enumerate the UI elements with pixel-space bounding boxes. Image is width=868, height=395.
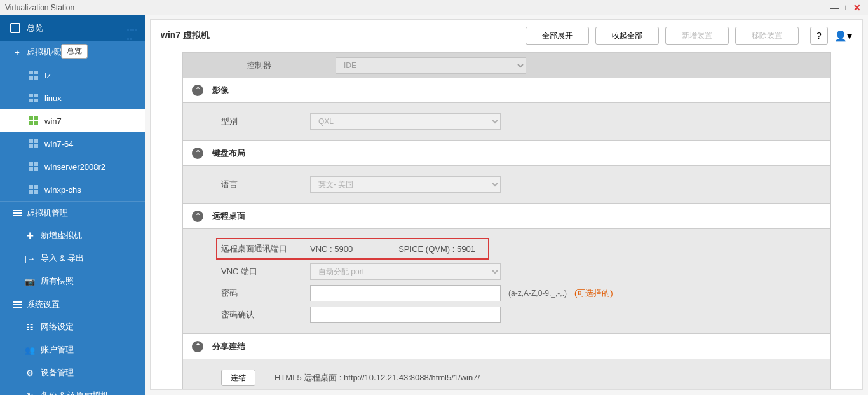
overview-icon — [10, 23, 20, 33]
sidebar-devices[interactable]: ⚙设备管理 — [0, 361, 145, 384]
tooltip: 总览 — [61, 44, 88, 59]
share-url: HTML5 远程桌面 : http://10.12.21.43:8088/htm… — [275, 372, 480, 384]
sidebar-snapshots[interactable]: 📷所有快照 — [0, 270, 145, 293]
chevron-up-icon: ⌃ — [192, 85, 203, 96]
image-type-select[interactable]: QXL — [310, 113, 501, 130]
plus-icon: + — [13, 48, 22, 57]
add-icon: ✚ — [25, 231, 34, 240]
panel-remote-header[interactable]: ⌃远程桌面 — [183, 204, 830, 229]
password-confirm-label: 密码确认 — [221, 309, 310, 321]
sidebar-sys-header[interactable]: 系统设置 — [0, 293, 145, 315]
sidebar-vm-linux[interactable]: linux — [0, 87, 145, 109]
grid-icon[interactable] — [127, 24, 139, 32]
sidebar-mgmt-header[interactable]: 虚拟机管理 — [0, 201, 145, 224]
content-scroll[interactable]: 控制器 IDE ⌃影像 型别 QXL ⌃键盘布局 — [150, 52, 863, 390]
sidebar-add-vm[interactable]: ✚新增虚拟机 — [0, 224, 145, 247]
panel-share: ⌃分享连结 连结 HTML5 远程桌面 : http://10.12.21.43… — [182, 334, 831, 390]
vnc-port-value: VNC : 5900 — [310, 244, 353, 254]
sidebar-vm-winxp-chs[interactable]: winxp-chs — [0, 178, 145, 201]
minimize-button[interactable]: — — [829, 3, 840, 13]
password-confirm-input[interactable] — [310, 307, 501, 323]
sidebar-vm-win7-64[interactable]: win7-64 — [0, 132, 145, 155]
keyboard-lang-select[interactable]: 英文- 美国 — [310, 176, 501, 193]
chevron-up-icon: ⌃ — [192, 148, 203, 159]
users-icon: 👥 — [25, 345, 34, 354]
panel-remote: ⌃远程桌面 远程桌面通讯端口 VNC : 5900 SPICE (QVM) : … — [182, 204, 831, 334]
help-button[interactable]: ? — [810, 27, 828, 45]
password-hint: (a-z,A-Z,0-9,_,-,.) — [508, 289, 567, 298]
sidebar-accounts[interactable]: 👥账户管理 — [0, 338, 145, 361]
import-export-icon: [→ — [25, 254, 34, 263]
sidebar-network[interactable]: ☷网络设定 — [0, 315, 145, 338]
camera-icon: 📷 — [25, 277, 34, 286]
controller-select[interactable]: IDE — [336, 57, 526, 74]
page-title: win7 虚拟机 — [161, 30, 210, 41]
remote-ports-row: 远程桌面通讯端口 VNC : 5900 SPICE (QVM) : 5901 — [216, 238, 489, 260]
add-device-button[interactable]: 新增装置 — [665, 27, 729, 45]
password-optional: (可选择的) — [574, 288, 613, 299]
window-title: Virtualization Station — [5, 3, 74, 12]
panel-image-header[interactable]: ⌃影像 — [183, 78, 830, 103]
panel-image: ⌃影像 型别 QXL — [182, 78, 831, 141]
sidebar-overview[interactable]: 总览 — [0, 15, 145, 41]
remote-port-label: 远程桌面通讯端口 — [221, 243, 310, 254]
sidebar-backup-restore[interactable]: ↻备份 & 还原虚拟机 — [0, 384, 145, 395]
topbar: win7 虚拟机 全部展开 收起全部 新增装置 移除装置 ? 👤▾ — [150, 19, 863, 52]
keyboard-lang-label: 语言 — [221, 179, 310, 190]
controller-label: 控制器 — [247, 60, 336, 71]
link-button[interactable]: 连结 — [221, 370, 255, 386]
password-label: 密码 — [221, 288, 310, 299]
image-type-label: 型别 — [221, 116, 310, 127]
sidebar-vm-header[interactable]: + 虚拟机概览 总览 — [0, 41, 145, 64]
panel-share-header[interactable]: ⌃分享连结 — [183, 334, 830, 359]
chevron-up-icon: ⌃ — [192, 341, 203, 352]
collapse-all-button[interactable]: 收起全部 — [595, 27, 659, 45]
refresh-icon: ↻ — [25, 391, 34, 395]
panel-keyboard-header[interactable]: ⌃键盘布局 — [183, 141, 830, 166]
panel-keyboard: ⌃键盘布局 语言 英文- 美国 — [182, 141, 831, 204]
close-button[interactable]: ✕ — [851, 3, 863, 13]
spice-port-value: SPICE (QVM) : 5901 — [398, 244, 475, 254]
network-icon: ☷ — [25, 322, 34, 331]
sidebar-vm-fz[interactable]: fz — [0, 64, 145, 87]
sidebar-import-export[interactable]: [→导入 & 导出 — [0, 247, 145, 270]
maximize-button[interactable]: + — [840, 3, 851, 13]
password-input[interactable] — [310, 285, 501, 301]
sidebar-vm-winserver2008r2[interactable]: winserver2008r2 — [0, 155, 145, 178]
chevron-up-icon: ⌃ — [192, 211, 203, 222]
sidebar-vm-win7[interactable]: win7 — [0, 109, 145, 132]
controller-row: 控制器 IDE — [182, 52, 831, 78]
overview-label: 总览 — [27, 22, 43, 34]
vnc-port-select[interactable]: 自动分配 port — [310, 263, 501, 280]
vnc-port-label: VNC 端口 — [221, 266, 310, 277]
expand-all-button[interactable]: 全部展开 — [526, 27, 589, 45]
gear-icon: ⚙ — [25, 368, 34, 377]
user-menu[interactable]: 👤▾ — [834, 30, 852, 42]
remove-device-button[interactable]: 移除装置 — [735, 27, 799, 45]
sidebar: 总览 + 虚拟机概览 总览 fz linux win7 win7-64 wins… — [0, 15, 145, 395]
